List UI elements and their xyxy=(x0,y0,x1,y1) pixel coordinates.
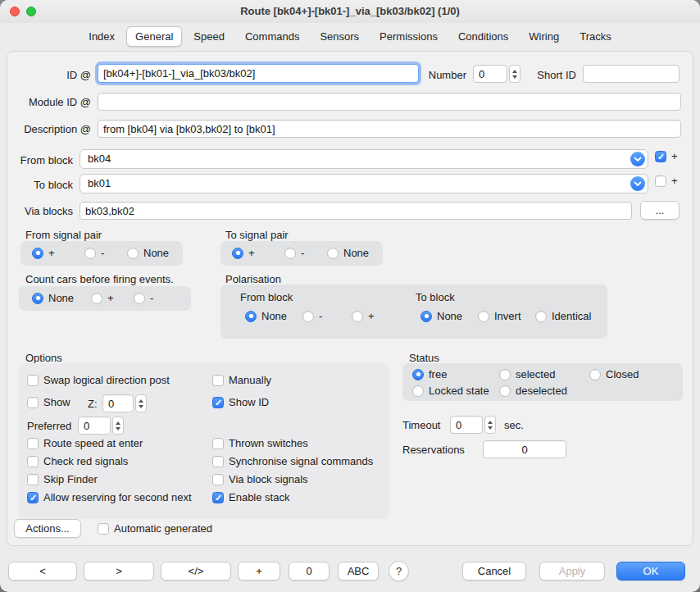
next-button[interactable]: > xyxy=(84,562,154,581)
zero-button[interactable]: 0 xyxy=(289,562,330,581)
radio-count-plus[interactable]: + xyxy=(91,292,114,304)
checkbox-route-speed-at-enter[interactable]: Route speed at enter xyxy=(27,437,143,449)
number-stepper[interactable] xyxy=(509,65,520,83)
ok-button[interactable]: OK xyxy=(616,562,685,581)
tab-index[interactable]: Index xyxy=(80,26,124,47)
radio-to-signal-minus[interactable]: - xyxy=(284,247,304,259)
z-input[interactable] xyxy=(102,394,134,412)
tab-conditions[interactable]: Conditions xyxy=(449,26,517,47)
short-id-input[interactable] xyxy=(583,65,680,83)
z-label: Z: xyxy=(88,398,98,410)
tab-commands[interactable]: Commands xyxy=(236,26,308,47)
reservations-input[interactable] xyxy=(483,440,566,458)
preferred-input[interactable] xyxy=(78,417,111,435)
description-label: Description @ xyxy=(7,123,91,135)
checkbox xyxy=(27,492,39,503)
radio-to-signal-none[interactable]: None xyxy=(327,247,369,259)
timeout-unit-label: sec. xyxy=(504,419,524,431)
checkbox-synchronise-signal-commands[interactable]: Synchronise signal commands xyxy=(212,455,373,467)
checkbox-manually[interactable]: Manually xyxy=(212,374,271,386)
radio-polar-from-none[interactable]: None xyxy=(245,310,287,322)
radio-from-signal-minus[interactable]: - xyxy=(84,247,104,259)
cancel-button[interactable]: Cancel xyxy=(462,562,526,581)
apply-button[interactable]: Apply xyxy=(539,562,605,581)
id-input[interactable] xyxy=(98,64,419,83)
checkbox-allow-reserving-second-next[interactable]: Allow reserving for second next xyxy=(27,491,192,503)
module-id-input[interactable] xyxy=(98,93,681,111)
checkbox-skip-finder[interactable]: Skip Finder xyxy=(27,473,98,485)
actions-button[interactable]: Actions... xyxy=(14,519,81,538)
radio-from-signal-none[interactable]: None xyxy=(127,247,169,259)
abc-button[interactable]: ABC xyxy=(338,562,379,581)
radio-status-locked-state[interactable]: Locked state xyxy=(412,385,489,397)
number-input[interactable] xyxy=(473,65,507,83)
status-title: Status xyxy=(409,352,439,364)
from-block-label: From block xyxy=(7,154,73,166)
radio-button xyxy=(412,385,424,397)
radio-label: - xyxy=(301,247,304,259)
z-stepper[interactable] xyxy=(135,394,147,412)
radio-count-minus[interactable]: - xyxy=(134,292,153,304)
radio-status-closed[interactable]: Closed xyxy=(589,368,639,380)
chevron-down-icon xyxy=(630,176,645,191)
checkbox-via-block-signals[interactable]: Via block signals xyxy=(212,473,308,485)
radio-status-deselected[interactable]: deselected xyxy=(499,385,567,397)
to-signal-pair-title: To signal pair xyxy=(225,229,289,241)
checkbox xyxy=(212,474,224,485)
radio-polar-from-plus[interactable]: + xyxy=(352,310,375,322)
xml-button[interactable]: </> xyxy=(161,562,231,581)
plus-label: + xyxy=(671,150,678,162)
add-button[interactable]: + xyxy=(238,562,280,581)
radio-from-signal-plus[interactable]: + xyxy=(32,247,55,259)
id-label: ID @ xyxy=(16,69,91,81)
checkbox-enable-stack[interactable]: Enable stack xyxy=(212,491,289,503)
checkbox-swap-logical-direction[interactable]: Swap logical direction post xyxy=(27,374,170,386)
radio-status-free[interactable]: free xyxy=(412,368,447,380)
radio-polar-from-minus[interactable]: - xyxy=(302,310,322,322)
help-button[interactable]: ? xyxy=(389,561,409,581)
chevron-down-icon xyxy=(630,152,645,166)
tab-sensors[interactable]: Sensors xyxy=(311,26,368,47)
tab-permissions[interactable]: Permissions xyxy=(370,26,447,47)
checkbox xyxy=(212,492,224,503)
radio-to-signal-plus[interactable]: + xyxy=(232,247,255,259)
checkbox xyxy=(212,397,224,408)
timeout-input[interactable] xyxy=(450,416,483,434)
tab-tracks[interactable]: Tracks xyxy=(570,26,620,47)
checkbox xyxy=(212,456,224,467)
radio-button xyxy=(352,311,363,322)
from-signal-pair-title: From signal pair xyxy=(25,229,102,241)
module-id-label: Module ID @ xyxy=(7,96,91,108)
checkbox-thrown-switches[interactable]: Thrown switches xyxy=(212,437,308,449)
to-block-select[interactable]: bk01 xyxy=(80,174,648,194)
to-block-label: To block xyxy=(7,179,73,191)
radio-label: - xyxy=(101,247,104,259)
radio-label: + xyxy=(248,247,255,259)
preferred-stepper[interactable] xyxy=(112,417,124,435)
radio-count-none[interactable]: None xyxy=(32,292,74,304)
checkbox-show-id[interactable]: Show ID xyxy=(212,396,269,408)
to-block-plus-checkbox[interactable]: + xyxy=(655,175,678,187)
checkbox-automatic-generated[interactable]: Automatic generated xyxy=(98,522,212,535)
number-label: Number xyxy=(417,69,466,81)
tab-speed[interactable]: Speed xyxy=(184,26,234,47)
tab-general[interactable]: General xyxy=(126,26,182,47)
from-block-select[interactable]: bk04 xyxy=(80,149,648,169)
radio-status-selected[interactable]: selected xyxy=(499,368,555,380)
prev-button[interactable]: < xyxy=(8,562,77,581)
radio-polar-to-invert[interactable]: Invert xyxy=(478,310,521,322)
checkbox-show[interactable]: Show xyxy=(27,396,70,408)
tab-bar: Index General Speed Commands Sensors Per… xyxy=(0,26,700,47)
checkbox-label: Check red signals xyxy=(43,455,128,467)
timeout-stepper[interactable] xyxy=(484,416,496,434)
via-blocks-browse-button[interactable]: ... xyxy=(640,201,680,220)
description-input[interactable] xyxy=(98,120,681,138)
from-block-plus-checkbox[interactable]: + xyxy=(655,150,678,162)
stepper-up-icon xyxy=(512,70,517,73)
radio-polar-to-none[interactable]: None xyxy=(420,310,462,322)
radio-polar-to-identical[interactable]: Identical xyxy=(535,310,591,322)
checkbox xyxy=(655,151,666,162)
tab-wiring[interactable]: Wiring xyxy=(520,26,568,47)
checkbox-check-red-signals[interactable]: Check red signals xyxy=(27,455,128,467)
via-blocks-input[interactable] xyxy=(80,202,632,220)
